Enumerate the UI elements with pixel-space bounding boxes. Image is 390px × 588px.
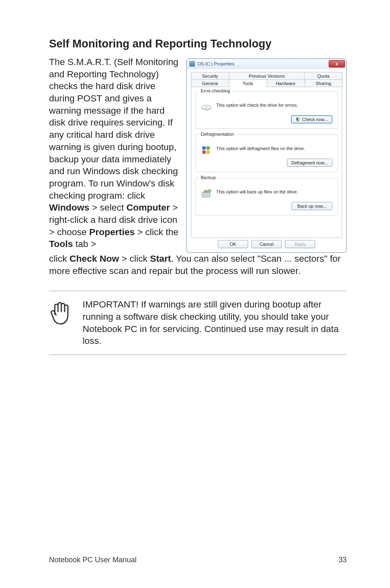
disk-check-icon bbox=[201, 102, 212, 112]
body-paragraph: The S.M.A.R.T. (Self Monitoring and Repo… bbox=[49, 56, 179, 250]
group-legend-error: Error-checking bbox=[199, 88, 232, 93]
tab-quota[interactable]: Quota bbox=[304, 72, 343, 80]
dialog-titlebar: OS (C:) Properties x bbox=[187, 59, 346, 69]
svg-rect-3 bbox=[202, 146, 206, 150]
group-defragmentation: Defragmentation This option will defragm… bbox=[195, 135, 338, 172]
svg-rect-4 bbox=[206, 146, 210, 150]
backup-text: This option will back up files on the dr… bbox=[216, 189, 332, 195]
group-backup: Backup This option will back up files on… bbox=[195, 178, 338, 215]
group-error-checking: Error-checking This option will check th… bbox=[195, 91, 338, 129]
properties-dialog: OS (C:) Properties x Security Previous V… bbox=[186, 58, 347, 253]
svg-rect-5 bbox=[202, 150, 206, 154]
footer-left: Notebook PC User Manual bbox=[49, 556, 137, 564]
backup-icon bbox=[201, 189, 212, 199]
shield-icon bbox=[296, 117, 300, 122]
hand-icon bbox=[49, 299, 72, 327]
group-legend-defrag: Defragmentation bbox=[199, 132, 235, 137]
section-heading: Self Monitoring and Reporting Technology bbox=[49, 38, 347, 50]
defragment-now-button[interactable]: Defragment now... bbox=[287, 159, 332, 167]
defrag-text: This option will defragment files on the… bbox=[216, 146, 332, 151]
svg-point-8 bbox=[208, 189, 211, 192]
tab-general[interactable]: General bbox=[191, 79, 229, 87]
tab-tools[interactable]: Tools bbox=[229, 79, 267, 87]
svg-rect-7 bbox=[202, 192, 210, 197]
close-button[interactable]: x bbox=[329, 60, 345, 67]
check-now-button[interactable]: Check now... bbox=[291, 115, 332, 123]
ok-button[interactable]: OK bbox=[218, 240, 248, 248]
cancel-button[interactable]: Cancel bbox=[251, 240, 282, 248]
drive-icon bbox=[189, 61, 195, 67]
tab-previous-versions[interactable]: Previous Versions bbox=[229, 72, 305, 80]
footer-page-number: 33 bbox=[338, 556, 347, 564]
important-note: IMPORTANT! If warnings are still given d… bbox=[49, 291, 347, 355]
note-text: IMPORTANT! If warnings are still given d… bbox=[83, 298, 347, 347]
tab-security[interactable]: Security bbox=[191, 72, 229, 80]
tab-hardware[interactable]: Hardware bbox=[267, 79, 305, 87]
backup-now-button[interactable]: Back up now... bbox=[291, 202, 332, 210]
tab-sharing[interactable]: Sharing bbox=[305, 79, 343, 87]
apply-button[interactable]: Apply bbox=[285, 240, 315, 248]
svg-rect-6 bbox=[206, 150, 210, 154]
dialog-title: OS (C:) Properties bbox=[197, 61, 234, 66]
defrag-icon bbox=[201, 146, 212, 155]
page-footer: Notebook PC User Manual 33 bbox=[49, 556, 347, 564]
group-legend-backup: Backup bbox=[199, 175, 217, 180]
continuation-paragraph: click Check Now > click Start. You can a… bbox=[49, 253, 347, 277]
check-now-label: Check now... bbox=[302, 117, 328, 122]
svg-point-2 bbox=[206, 106, 207, 108]
error-text: This option will check the drive for err… bbox=[216, 102, 332, 108]
